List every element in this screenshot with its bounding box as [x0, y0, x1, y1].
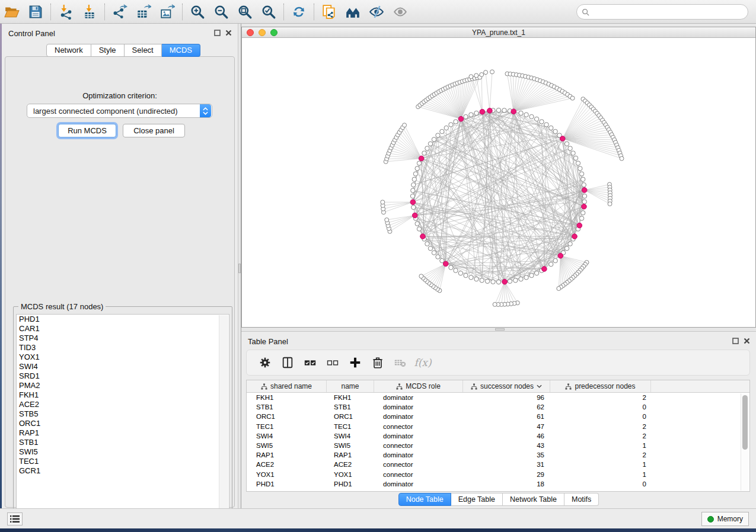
mcds-result-item[interactable]: YOX1: [17, 352, 229, 362]
mcds-result-item[interactable]: STP4: [17, 334, 229, 343]
zoom-out-button[interactable]: [209, 2, 233, 22]
column-header-name[interactable]: name: [327, 380, 374, 392]
mcds-result-item[interactable]: PMA2: [17, 381, 229, 390]
zoom-in-button[interactable]: [186, 2, 209, 22]
mcds-list-scrollbar[interactable]: [219, 315, 228, 523]
table-settings-button[interactable]: [254, 352, 276, 373]
mcds-result-item[interactable]: CAR1: [17, 324, 229, 334]
zoom-in-icon: [190, 4, 205, 20]
scrollbar-thumb[interactable]: [742, 395, 748, 450]
table-row[interactable]: FKH1FKH1dominator962: [247, 393, 749, 402]
columns-icon: [281, 356, 294, 369]
tab-network-table[interactable]: Network Table: [503, 493, 564, 506]
cell-shared-name: RAP1: [247, 451, 327, 459]
delete-column-button[interactable]: [366, 352, 389, 373]
tab-edge-table[interactable]: Edge Table: [451, 493, 503, 506]
mcds-result-item[interactable]: SWI4: [17, 362, 229, 371]
column-header-successor-nodes[interactable]: successor nodes: [463, 380, 550, 392]
table-row[interactable]: RAP1RAP1dominator352: [247, 450, 749, 460]
zoom-fit-button[interactable]: [233, 2, 257, 22]
mcds-result-item[interactable]: FKH1: [17, 390, 229, 400]
column-header-shared-name[interactable]: shared name: [247, 380, 327, 392]
select-all-button[interactable]: [299, 352, 321, 373]
control-panel: Control Panel NetworkStyleSelectMCDS Opt…: [2, 24, 238, 508]
table-row[interactable]: STB1STB1dominator620: [247, 402, 749, 412]
table-row[interactable]: SWI5SWI5connector431: [247, 441, 749, 450]
search-field[interactable]: [576, 4, 748, 20]
horizontal-splitter[interactable]: [241, 327, 756, 332]
splitter-grip[interactable]: [238, 264, 241, 273]
task-history-button[interactable]: [7, 512, 23, 525]
zoom-selected-button[interactable]: [257, 2, 280, 22]
tab-node-table[interactable]: Node Table: [398, 493, 451, 506]
cell-name: YOX1: [327, 471, 374, 478]
show-all-button[interactable]: [388, 2, 412, 22]
hide-selected-button[interactable]: [365, 2, 388, 22]
mcds-result-list[interactable]: PHD1CAR1STP4TID3YOX1SWI4SRD1PMA2FKH1ACE2…: [16, 314, 229, 524]
mcds-result-item[interactable]: TID3: [17, 343, 229, 352]
optimization-criterion-select[interactable]: largest connected component (undirected): [27, 104, 212, 118]
mcds-result-item[interactable]: GCR1: [17, 466, 229, 476]
network-graph[interactable]: [242, 38, 755, 327]
tab-motifs[interactable]: Motifs: [564, 493, 599, 506]
export-table-button[interactable]: [132, 2, 155, 22]
export-network-button[interactable]: [108, 2, 132, 22]
mcds-result-item[interactable]: STB5: [17, 409, 229, 419]
mcds-result-item[interactable]: SWI5: [17, 447, 229, 457]
table-row[interactable]: PHD1PHD1dominator180: [247, 479, 749, 489]
toolbar-separator: [104, 4, 105, 20]
refresh-button[interactable]: [287, 2, 311, 22]
run-mcds-button[interactable]: Run MCDS: [58, 124, 116, 137]
deselect-all-button[interactable]: [321, 352, 344, 373]
import-table-button[interactable]: [78, 2, 101, 22]
save-session-button[interactable]: [24, 2, 47, 22]
mcds-result-item[interactable]: SRD1: [17, 371, 229, 381]
close-panel-icon[interactable]: [225, 30, 232, 36]
mcds-result-item[interactable]: ACE2: [17, 400, 229, 409]
show-columns-button[interactable]: [276, 352, 299, 373]
import-network-button[interactable]: [54, 2, 78, 22]
close-panel-icon[interactable]: [744, 338, 750, 344]
first-neighbors-button[interactable]: [341, 2, 365, 22]
table-row[interactable]: ORC1ORC1dominator610: [247, 412, 749, 421]
cell-successor-nodes: 35: [463, 451, 550, 459]
network-view-region: YPA_prune.txt_1: [241, 24, 756, 327]
cell-name: SWI5: [327, 442, 374, 449]
tab-select[interactable]: Select: [125, 44, 162, 57]
add-column-button[interactable]: [344, 352, 366, 373]
network-canvas[interactable]: [242, 38, 755, 327]
table-row[interactable]: ACE2ACE2connector311: [247, 460, 749, 469]
table-row[interactable]: SWI4SWI4dominator462: [247, 431, 749, 441]
column-header-predecessor-nodes[interactable]: predecessor nodes: [550, 380, 651, 392]
network-window-titlebar[interactable]: YPA_prune.txt_1: [242, 27, 755, 38]
mcds-result-item[interactable]: STB1: [17, 438, 229, 447]
column-header-MCDS-role[interactable]: MCDS role: [374, 380, 463, 392]
table-row[interactable]: YOX1YOX1connector291: [247, 470, 749, 479]
table-row[interactable]: TEC1TEC1connector472: [247, 422, 749, 431]
cell-name: TEC1: [327, 423, 374, 430]
search-input[interactable]: [589, 8, 748, 16]
tab-style[interactable]: Style: [91, 44, 125, 57]
table-tabs: Node TableEdge TableNetwork TableMotifs: [241, 493, 756, 506]
tab-network[interactable]: Network: [46, 44, 91, 57]
table-body[interactable]: FKH1FKH1dominator962STB1STB1dominator620…: [247, 393, 749, 489]
open-file-button[interactable]: [0, 2, 24, 22]
mcds-result-item[interactable]: ORC1: [17, 419, 229, 428]
memory-button[interactable]: Memory: [701, 512, 749, 526]
mcds-result-item[interactable]: RAP1: [17, 428, 229, 438]
splitter-grip[interactable]: [495, 328, 505, 331]
float-panel-icon[interactable]: [214, 30, 221, 36]
mcds-result-item[interactable]: TEC1: [17, 457, 229, 466]
search-icon: [582, 8, 589, 16]
float-panel-icon[interactable]: [732, 338, 739, 344]
cell-shared-name: SWI4: [247, 432, 327, 440]
close-panel-button[interactable]: Close panel: [123, 124, 185, 137]
plus-icon: [349, 356, 362, 369]
table-scrollbar[interactable]: [741, 393, 749, 491]
tab-mcds[interactable]: MCDS: [162, 44, 200, 57]
export-image-button[interactable]: [155, 2, 179, 22]
import-network-icon: [58, 4, 74, 20]
mcds-result-item[interactable]: PHD1: [17, 315, 229, 324]
first-neighbors-binoculars-icon: [345, 4, 361, 20]
new-network-from-selection-button[interactable]: [317, 2, 341, 22]
